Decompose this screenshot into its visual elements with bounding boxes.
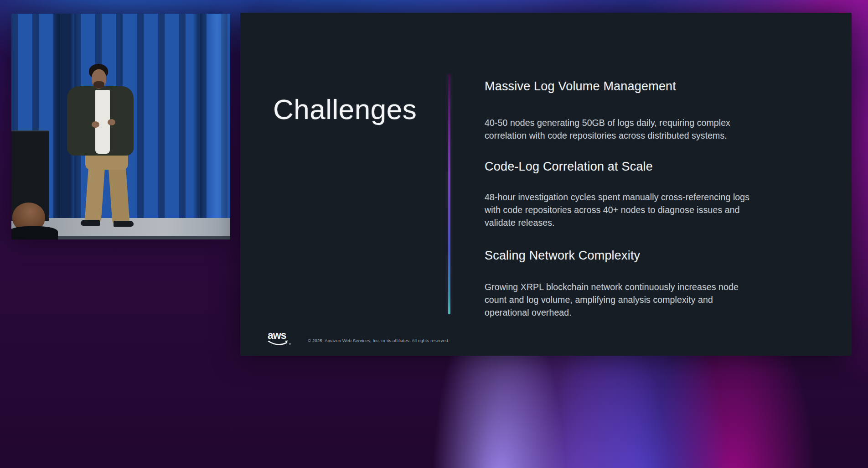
slide-title: Challenges (273, 95, 417, 124)
section-body: 40-50 nodes generating 50GB of logs dail… (485, 116, 840, 142)
speaker-beard (93, 81, 104, 88)
section-heading: Scaling Network Complexity (485, 248, 840, 263)
section-body: Growing XRPL blockchain network continuo… (485, 281, 840, 319)
speaker-hand (92, 121, 99, 128)
copyright-notice: © 2025, Amazon Web Services, Inc. or its… (308, 338, 450, 343)
speaker-video-frame (11, 14, 230, 239)
aws-logo: aws (268, 330, 291, 350)
section-body: 48-hour investigation cycles spent manua… (485, 191, 840, 229)
audience-member-shoulder (11, 226, 58, 239)
conference-stream-frame: Challenges Massive Log Volume Management… (0, 0, 868, 468)
speaker-hand (108, 119, 115, 125)
gradient-divider-line (448, 74, 450, 314)
aws-logo-text: aws (268, 330, 291, 340)
presentation-slide: Challenges Massive Log Volume Management… (240, 13, 852, 356)
speaker-shoe (114, 221, 134, 227)
section-heading: Code-Log Correlation at Scale (485, 159, 840, 174)
aws-smile-icon (268, 340, 291, 349)
curtain-shadow-fold (193, 14, 205, 221)
section-heading: Massive Log Volume Management (485, 79, 840, 94)
speaker-shoe (81, 220, 100, 226)
curtain-highlight (206, 14, 230, 221)
